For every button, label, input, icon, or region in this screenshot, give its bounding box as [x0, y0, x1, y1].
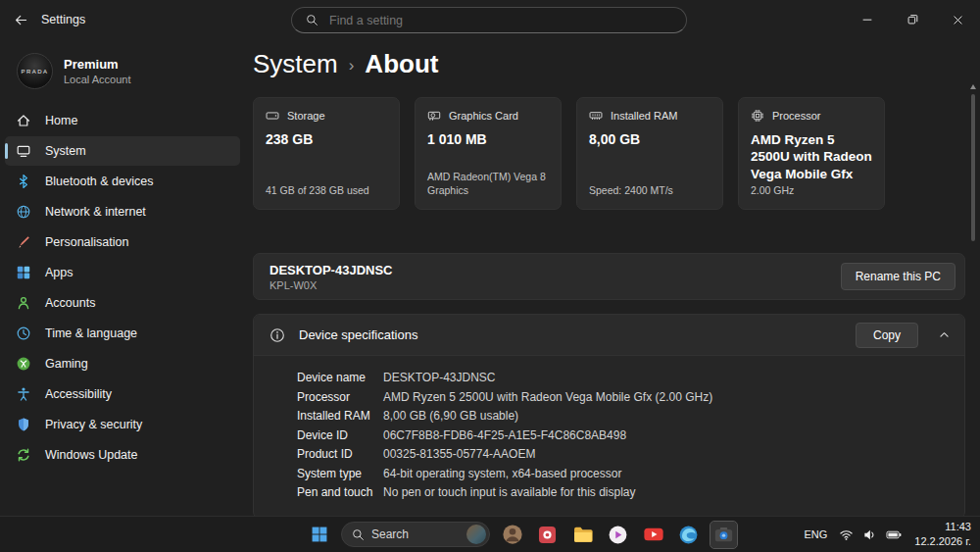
youtube-icon[interactable]	[640, 522, 666, 548]
wifi-icon[interactable]	[839, 527, 854, 542]
cpu-icon	[751, 109, 764, 123]
gpu-icon	[427, 109, 441, 123]
camera-app-icon[interactable]	[710, 522, 737, 548]
clock[interactable]: 11:43 12.2.2026 г.	[910, 520, 971, 549]
battery-icon[interactable]	[886, 527, 902, 542]
sidebar-item-apps[interactable]: Apps	[5, 258, 240, 287]
card-value: 238 GB	[266, 131, 387, 149]
scroll-up-arrow[interactable]	[970, 84, 976, 89]
rename-pc-button[interactable]: Rename this PC	[841, 263, 956, 290]
media-player-icon[interactable]	[605, 522, 631, 548]
avatar-text: PRADA	[21, 69, 48, 75]
graphics-card-card: Graphics Card 1 010 MB AMD Radeon(TM) Ve…	[415, 97, 562, 210]
sidebar-item-network-internet[interactable]: Network & internet	[5, 197, 240, 226]
breadcrumb-system[interactable]: System	[253, 49, 338, 79]
sidebar-item-accounts[interactable]: Accounts	[5, 288, 240, 318]
start-button[interactable]	[306, 522, 332, 548]
spec-row: Installed RAM 8,00 GB (6,90 GB usable)	[297, 407, 949, 427]
sidebar-item-bluetooth-devices[interactable]: Bluetooth & devices	[5, 167, 240, 196]
account-entry[interactable]: PRADA Premium Local Account	[0, 45, 245, 102]
breadcrumb-separator: ›	[349, 53, 355, 75]
user-name: Premium	[64, 57, 131, 74]
spec-label: Product ID	[297, 445, 383, 465]
spec-row: System type 64-bit operating system, x64…	[297, 465, 949, 484]
card-detail: 41 GB of 238 GB used	[266, 184, 387, 198]
scrollbar[interactable]	[970, 84, 976, 504]
back-button[interactable]	[0, 0, 41, 39]
spec-label: Device ID	[297, 427, 383, 446]
sidebar-item-time-language[interactable]: Time & language	[5, 319, 240, 348]
search-input[interactable]	[327, 13, 672, 28]
processor-card: Processor AMD Ryzen 5 2500U with Radeon …	[738, 97, 885, 210]
sidebar-item-label: Network & internet	[45, 205, 146, 219]
card-label: Installed RAM	[611, 110, 677, 122]
spec-label: Processor	[297, 388, 383, 408]
settings-search-box[interactable]	[291, 7, 687, 33]
search-highlight-image[interactable]	[466, 525, 486, 544]
sidebar-item-system[interactable]: System	[5, 136, 240, 166]
info-icon	[270, 327, 285, 343]
windows-update-icon	[16, 447, 31, 463]
privacy-icon	[16, 417, 31, 432]
accounts-icon	[16, 295, 31, 311]
card-detail: 2.00 GHz	[751, 184, 872, 198]
spec-row: Device name DESKTOP-43JDNSC	[297, 369, 949, 388]
minimize-button[interactable]	[845, 0, 890, 39]
search-icon	[352, 528, 365, 541]
back-arrow-icon	[14, 13, 28, 27]
edge-icon[interactable]	[675, 522, 702, 548]
sidebar-item-home[interactable]: Home	[5, 106, 240, 135]
ram-icon	[589, 109, 603, 123]
page-title: About	[365, 49, 438, 79]
breadcrumb: System › About	[253, 49, 965, 79]
copy-button[interactable]: Copy	[856, 323, 918, 348]
expander-title: Device specifications	[299, 327, 417, 342]
sidebar-item-label: Personalisation	[45, 235, 128, 249]
card-label: Storage	[287, 110, 325, 122]
sidebar-item-label: Accessibility	[45, 387, 112, 401]
sidebar-item-label: Home	[45, 114, 77, 127]
time-language-icon	[16, 326, 31, 341]
taskbar: Search	[0, 516, 980, 552]
device-specifications-expander: Device specifications Copy Device name D…	[253, 314, 965, 519]
profile-photo-app-icon[interactable]	[499, 522, 525, 548]
personalisation-icon	[16, 234, 31, 250]
scrollbar-thumb[interactable]	[971, 94, 975, 241]
spec-label: System type	[297, 465, 383, 484]
bluetooth-icon	[16, 174, 31, 189]
sidebar-item-windows-update[interactable]: Windows Update	[5, 440, 240, 470]
card-value: 1 010 MB	[427, 131, 549, 149]
search-icon	[306, 14, 318, 26]
spec-label: Installed RAM	[297, 407, 383, 427]
card-detail: AMD Radeon(TM) Vega 8 Graphics	[427, 171, 549, 198]
settings-window: Settings PRADA Premium Local Account	[0, 0, 980, 552]
language-indicator[interactable]: ENG	[801, 528, 830, 540]
device-specifications-body: Device name DESKTOP-43JDNSC Processor AM…	[254, 356, 964, 518]
storage-icon	[266, 109, 279, 123]
sidebar-item-privacy-security[interactable]: Privacy & security	[5, 410, 240, 439]
system-tray: ENG 11:43 12.2.2026 г.	[801, 517, 971, 552]
sidebar-item-label: System	[45, 144, 86, 158]
file-explorer-icon[interactable]	[569, 522, 596, 548]
maximize-button[interactable]	[890, 0, 935, 39]
device-name-bar: DESKTOP-43JDNSC KPL-W0X Rename this PC	[253, 253, 965, 300]
system-icon	[16, 143, 31, 159]
spec-value: AMD Ryzen 5 2500U with Radeon Vega Mobil…	[383, 388, 712, 408]
close-button[interactable]	[935, 0, 980, 39]
device-specifications-header[interactable]: Device specifications Copy	[254, 315, 964, 356]
card-label: Processor	[772, 110, 821, 122]
card-label: Graphics Card	[449, 110, 518, 122]
taskbar-search-box[interactable]: Search	[341, 522, 490, 547]
user-avatar: PRADA	[17, 53, 53, 89]
home-icon	[16, 113, 31, 128]
taskbar-search-label: Search	[371, 527, 409, 541]
sidebar-item-gaming[interactable]: Gaming	[5, 349, 240, 378]
device-model: KPL-W0X	[270, 279, 392, 291]
minimize-icon	[860, 13, 874, 26]
volume-icon[interactable]	[862, 527, 877, 542]
spec-row: Device ID 06C7F8B8-FDB6-4F25-A1E5-F4C86C…	[297, 427, 949, 446]
sidebar-item-personalisation[interactable]: Personalisation	[5, 227, 240, 257]
chevron-up-icon[interactable]	[938, 328, 951, 341]
pinned-app-icon[interactable]	[534, 522, 561, 548]
sidebar-item-accessibility[interactable]: Accessibility	[5, 379, 240, 409]
